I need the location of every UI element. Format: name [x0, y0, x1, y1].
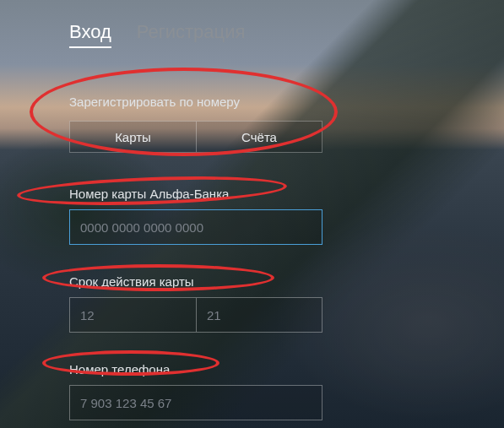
card-number-input[interactable]	[69, 209, 322, 245]
toggle-account[interactable]: Счёта	[196, 121, 322, 153]
expiry-label: Срок действия карты	[69, 274, 435, 289]
tab-login[interactable]: Вход	[69, 21, 111, 48]
tab-register[interactable]: Регистрация	[137, 21, 246, 48]
register-by-label: Зарегистрировать по номеру	[69, 95, 435, 109]
expiry-month-input[interactable]	[69, 297, 196, 333]
auth-tabs: Вход Регистрация	[69, 21, 435, 48]
phone-label: Номер телефона	[69, 362, 435, 377]
register-by-toggle: Карты Счёта	[69, 121, 435, 153]
toggle-card[interactable]: Карты	[69, 121, 196, 153]
phone-input[interactable]	[69, 385, 322, 420]
card-number-label: Номер карты Альфа-Банка	[69, 187, 435, 201]
expiry-year-input[interactable]	[196, 297, 322, 333]
